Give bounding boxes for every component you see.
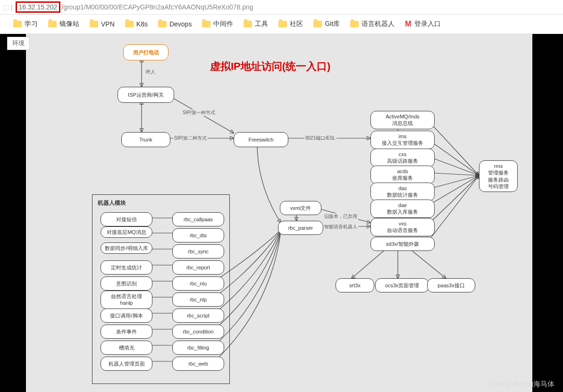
robot-left-item: 条件事件 bbox=[101, 325, 152, 339]
edge-label-old: 旧版本，已弃用 bbox=[323, 213, 358, 220]
robot-left-item: 对接底层MQ消息 bbox=[101, 226, 152, 238]
node-trunk: Trunk bbox=[121, 132, 170, 147]
robot-right-item: rbc_filling bbox=[172, 341, 224, 355]
node-ims: ims 接入交互管理服务 bbox=[370, 131, 435, 149]
node-sd3x: sd3x/智能外拨 bbox=[370, 237, 435, 251]
svg-line-11 bbox=[411, 250, 446, 278]
node-paas3x: paas3x接口 bbox=[427, 278, 475, 292]
bookmark-label: 工具 bbox=[255, 20, 268, 28]
edge-label-sip2: SIP/第二种方式 bbox=[173, 135, 208, 142]
folder-icon bbox=[313, 21, 322, 27]
bookmark-item[interactable]: Devops bbox=[158, 20, 192, 28]
robot-left-item: 自然语言处理 hanlp bbox=[101, 291, 152, 309]
robot-left-item: 接口调用/脚本 bbox=[101, 309, 152, 323]
bookmark-item[interactable]: 学习 bbox=[13, 20, 38, 28]
diagram-canvas[interactable]: 环境 虚拟IP地址访问(统一入口) bbox=[26, 34, 532, 392]
edge-label-ai: 智能语音机器人 bbox=[323, 224, 358, 230]
node-srt3x: srt3x bbox=[336, 278, 374, 292]
node-dae: dae 数据入库服务 bbox=[370, 200, 435, 218]
env-tab[interactable]: 环境 bbox=[7, 37, 30, 50]
node-ocs3x: ocs3x页面管理 bbox=[375, 278, 429, 292]
bookmark-label: 登录入口 bbox=[414, 20, 441, 28]
robot-left-item: 对接短信 bbox=[101, 212, 152, 226]
bookmark-label: K8s bbox=[136, 20, 148, 28]
robot-left-item: 定时生成统计 bbox=[101, 260, 152, 275]
folder-icon bbox=[350, 21, 359, 27]
bookmark-item[interactable]: Git库 bbox=[313, 20, 340, 28]
watermark: CSDN @神奇的海马体 bbox=[483, 380, 555, 389]
bookmark-item[interactable]: 语言机器人 bbox=[350, 20, 395, 28]
folder-icon bbox=[158, 21, 167, 27]
robot-right-item: rbc_condition bbox=[172, 325, 224, 339]
bookmark-label: 学习 bbox=[25, 20, 38, 28]
folder-icon bbox=[13, 21, 22, 27]
bookmark-label: 社区 bbox=[290, 20, 303, 28]
robot-right-item: rbc_nlp bbox=[172, 292, 224, 307]
node-parser: rbc_parser bbox=[278, 221, 323, 235]
folder-icon bbox=[48, 21, 57, 27]
node-das: das 数据统计服务 bbox=[370, 183, 435, 201]
node-vxs: vxs 自动语音服务 bbox=[370, 218, 435, 236]
edge-label-huru: 呼入 bbox=[145, 69, 156, 75]
edge-label-esl: 8021端口/ESL bbox=[304, 135, 336, 142]
group-robot-title: 机器人模块 bbox=[98, 199, 126, 207]
bookmark-label: Git库 bbox=[325, 20, 340, 28]
folder-icon bbox=[125, 21, 134, 27]
edge-label-sip1: SIP/第一种方式 bbox=[182, 109, 216, 116]
node-rms: rms 管理服务 服务路由 号码管理 bbox=[479, 160, 518, 192]
image-viewport: 环境 虚拟IP地址访问(统一入口) bbox=[0, 34, 563, 392]
url-ip: 16.32.15.202 bbox=[16, 1, 61, 13]
bookmark-label: 镜像站 bbox=[59, 20, 79, 28]
robot-left-item: 槽填充 bbox=[101, 341, 152, 355]
viewer-margin-left bbox=[0, 34, 26, 392]
node-freeswitch: Freeswitch bbox=[234, 132, 288, 147]
bookmark-item[interactable]: 工具 bbox=[244, 20, 268, 28]
node-amq: ActiveMQ/mds 消息总线 bbox=[370, 111, 435, 129]
diagram-title: 虚拟IP地址访问(统一入口) bbox=[210, 59, 330, 74]
bookmark-label: VPN bbox=[101, 20, 115, 28]
node-cxs: cxs 高级话路服务 bbox=[370, 149, 435, 167]
robot-right-item: rbc_sync bbox=[172, 244, 224, 259]
url-path: /group1/M00/00/00/ECAPyGP8n2aAfcY6AAONqU… bbox=[61, 3, 253, 11]
robot-left-item: 机器人管理页面 bbox=[101, 357, 152, 371]
bookmark-item[interactable]: 中间件 bbox=[202, 20, 233, 28]
bookmark-label: Devops bbox=[169, 20, 192, 28]
robot-left-item: 数据同步/明细入库 bbox=[101, 242, 152, 254]
folder-icon bbox=[244, 21, 252, 27]
viewer-margin-right bbox=[532, 34, 563, 392]
robot-right-item: rbc_dts bbox=[172, 228, 224, 242]
node-start: 用户打电话 bbox=[123, 44, 168, 60]
robot-right-item: rbc_callpaas bbox=[172, 212, 224, 226]
robot-right-item: rbc_report bbox=[172, 260, 224, 275]
m-icon: M bbox=[405, 20, 411, 28]
lock-icon: ⬚ | bbox=[3, 3, 13, 11]
bookmark-login[interactable]: M登录入口 bbox=[405, 20, 440, 28]
bookmark-item[interactable]: K8s bbox=[125, 20, 148, 28]
robot-right-item: rbc_nlu bbox=[172, 276, 224, 291]
robot-right-item: rbc_script bbox=[172, 309, 224, 323]
bookmark-item[interactable]: 镜像站 bbox=[48, 20, 79, 28]
node-isp: ISP运营商/网关 bbox=[118, 87, 174, 103]
bookmark-label: 中间件 bbox=[213, 20, 233, 28]
robot-right-item: rbc_web bbox=[172, 357, 224, 371]
node-acds: acds 坐席服务 bbox=[370, 166, 435, 184]
svg-line-9 bbox=[352, 250, 385, 278]
bookmark-item[interactable]: 社区 bbox=[278, 20, 303, 28]
bookmarks-bar: 学习 镜像站 VPN K8s Devops 中间件 工具 社区 Git库 语言机… bbox=[0, 15, 563, 34]
node-vxml: vxml文件 bbox=[280, 201, 321, 215]
bookmark-label: 语言机器人 bbox=[361, 20, 395, 28]
bookmark-item[interactable]: VPN bbox=[90, 20, 115, 28]
folder-icon bbox=[90, 21, 98, 27]
folder-icon bbox=[202, 21, 210, 27]
url-bar: ⬚ | 16.32.15.202 /group1/M00/00/00/ECAPy… bbox=[0, 0, 563, 15]
folder-icon bbox=[278, 21, 287, 27]
robot-left-item: 意图识别 bbox=[101, 276, 152, 291]
